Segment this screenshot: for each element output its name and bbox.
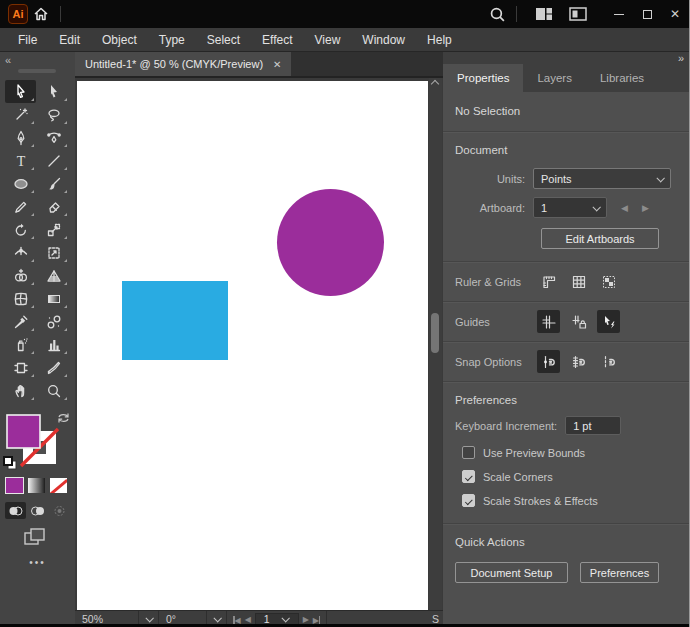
mesh-tool[interactable] — [5, 287, 36, 310]
edit-toolbar-icon[interactable]: ••• — [0, 557, 75, 568]
purple-circle-shape[interactable] — [277, 189, 384, 296]
close-button[interactable]: ✕ — [661, 3, 689, 25]
scroll-up-icon[interactable] — [431, 80, 439, 88]
lasso-tool[interactable] — [38, 103, 69, 126]
quick-actions-title: Quick Actions — [455, 524, 677, 552]
blue-rectangle-shape[interactable] — [122, 281, 228, 360]
show-guides-icon[interactable] — [537, 310, 560, 333]
slice-tool[interactable] — [38, 356, 69, 379]
artboard-select[interactable]: 1 — [533, 197, 607, 218]
tab-properties[interactable]: Properties — [443, 64, 523, 92]
keyboard-increment-field[interactable]: 1 pt — [565, 416, 621, 435]
perspective-grid-tool[interactable] — [38, 264, 69, 287]
snap-to-pixel-icon[interactable] — [597, 350, 620, 373]
menu-select[interactable]: Select — [197, 29, 250, 51]
show-grid-icon[interactable] — [567, 270, 590, 293]
vertical-scrollbar[interactable] — [429, 78, 442, 610]
artboard[interactable] — [77, 81, 428, 610]
show-rulers-icon[interactable] — [537, 270, 560, 293]
menu-edit[interactable]: Edit — [49, 29, 90, 51]
scale-corners-row[interactable]: Scale Corners — [455, 470, 677, 483]
canvas[interactable] — [75, 78, 443, 610]
units-select[interactable]: Points — [533, 168, 671, 189]
curvature-tool[interactable] — [38, 126, 69, 149]
panel-dock-header: » — [443, 52, 689, 64]
hand-tool[interactable] — [5, 379, 36, 402]
next-artboard-arrow-icon[interactable]: ▶ — [642, 203, 649, 213]
tools-panel-grip[interactable] — [18, 69, 56, 73]
gradient-button[interactable] — [28, 478, 45, 493]
blend-tool[interactable] — [38, 310, 69, 333]
document-tab[interactable]: Untitled-1* @ 50 % (CMYK/Preview) ✕ — [75, 52, 291, 76]
scale-corners-checkbox[interactable] — [462, 470, 475, 483]
arrange-documents-icon[interactable] — [565, 4, 591, 24]
color-button[interactable] — [6, 478, 23, 493]
units-value: Points — [541, 173, 572, 185]
minimize-button[interactable] — [605, 3, 633, 25]
line-segment-tool[interactable] — [38, 149, 69, 172]
document-tab-close-icon[interactable]: ✕ — [273, 59, 281, 70]
ellipse-tool[interactable] — [5, 172, 36, 195]
menu-type[interactable]: Type — [149, 29, 195, 51]
smart-guides-icon[interactable] — [597, 310, 620, 333]
symbol-sprayer-tool[interactable] — [5, 333, 36, 356]
scale-tool[interactable] — [38, 218, 69, 241]
direct-selection-tool[interactable] — [38, 80, 69, 103]
edit-artboards-button[interactable]: Edit Artboards — [541, 228, 659, 249]
menu-file[interactable]: File — [8, 29, 47, 51]
use-preview-bounds-row[interactable]: Use Preview Bounds — [455, 446, 677, 459]
pen-tool[interactable] — [5, 126, 36, 149]
scrollbar-thumb[interactable] — [431, 313, 439, 353]
snap-to-point-icon[interactable] — [537, 350, 560, 373]
search-icon[interactable] — [484, 4, 510, 24]
show-transparency-grid-icon[interactable] — [597, 270, 620, 293]
width-tool[interactable] — [5, 241, 36, 264]
scale-strokes-effects-checkbox[interactable] — [462, 494, 475, 507]
draw-behind-mode-icon[interactable] — [27, 502, 48, 519]
rotate-tool[interactable] — [5, 218, 36, 241]
selection-tool[interactable] — [5, 80, 36, 103]
default-fill-stroke-icon[interactable] — [3, 456, 17, 472]
menu-object[interactable]: Object — [92, 29, 147, 51]
maximize-button[interactable] — [633, 3, 661, 25]
free-transform-tool[interactable] — [38, 241, 69, 264]
home-icon[interactable] — [28, 4, 54, 24]
document-setup-button[interactable]: Document Setup — [455, 562, 568, 583]
next-artboard-icon[interactable]: ▶ — [303, 615, 309, 624]
paintbrush-tool[interactable] — [38, 172, 69, 195]
previous-artboard-icon[interactable]: ◀ — [245, 615, 251, 624]
collapse-panels-icon[interactable]: » — [678, 52, 683, 64]
swap-fill-stroke-icon[interactable] — [57, 412, 70, 426]
illustrator-window: Ai ✕ File Edit Object Type Select Effect… — [0, 0, 690, 627]
screen-mode-icon[interactable] — [24, 528, 46, 548]
menu-window[interactable]: Window — [352, 29, 415, 51]
menu-help[interactable]: Help — [417, 29, 462, 51]
tab-libraries[interactable]: Libraries — [586, 64, 658, 92]
fill-swatch[interactable] — [7, 415, 40, 448]
workspace-switcher-icon[interactable] — [531, 4, 557, 24]
zoom-tool[interactable] — [38, 379, 69, 402]
draw-normal-mode-icon[interactable] — [5, 502, 26, 519]
tab-layers[interactable]: Layers — [523, 64, 586, 92]
menu-view[interactable]: View — [305, 29, 351, 51]
column-graph-tool[interactable] — [38, 333, 69, 356]
artboard-tool[interactable] — [5, 356, 36, 379]
none-button[interactable] — [50, 478, 67, 493]
collapse-tools-icon[interactable]: « — [5, 54, 9, 66]
eraser-tool[interactable] — [38, 195, 69, 218]
menu-effect[interactable]: Effect — [252, 29, 302, 51]
use-preview-bounds-checkbox[interactable] — [462, 446, 475, 459]
artboard-dropdown-icon[interactable] — [281, 614, 289, 622]
eyedropper-tool[interactable] — [5, 310, 36, 333]
preferences-button[interactable]: Preferences — [580, 562, 659, 583]
pencil-tool[interactable] — [5, 195, 36, 218]
scale-strokes-effects-row[interactable]: Scale Strokes & Effects — [455, 494, 677, 507]
gradient-tool[interactable] — [38, 287, 69, 310]
lock-guides-icon[interactable] — [567, 310, 590, 333]
snap-to-grid-icon[interactable] — [567, 350, 590, 373]
menu-bar: File Edit Object Type Select Effect View… — [0, 28, 689, 52]
type-tool[interactable]: T — [5, 149, 36, 172]
magic-wand-tool[interactable] — [5, 103, 36, 126]
shape-builder-tool[interactable] — [5, 264, 36, 287]
previous-artboard-arrow-icon[interactable]: ◀ — [621, 203, 628, 213]
